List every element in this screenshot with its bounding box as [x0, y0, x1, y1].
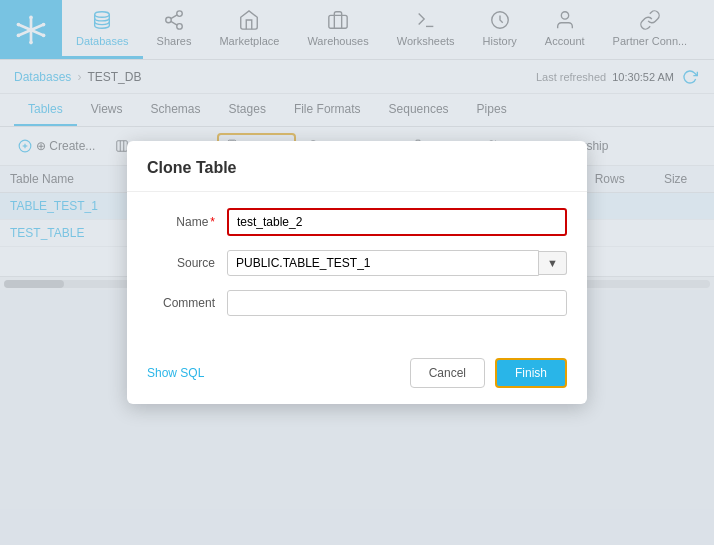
modal-title: Clone Table [127, 141, 587, 192]
cancel-button[interactable]: Cancel [410, 358, 485, 388]
name-required: * [210, 215, 215, 229]
comment-label: Comment [147, 296, 227, 310]
source-row: Source ▼ [147, 250, 567, 276]
show-sql-link[interactable]: Show SQL [147, 366, 204, 380]
modal-footer: Show SQL Cancel Finish [127, 346, 587, 404]
clone-table-modal: Clone Table Name* Source ▼ Comment [127, 141, 587, 404]
name-input[interactable] [227, 208, 567, 236]
modal-body: Name* Source ▼ Comment [127, 192, 587, 346]
source-input[interactable] [227, 250, 539, 276]
modal-overlay: Clone Table Name* Source ▼ Comment [0, 0, 714, 545]
source-label: Source [147, 256, 227, 270]
source-dropdown-arrow[interactable]: ▼ [539, 251, 567, 275]
name-label: Name* [147, 215, 227, 229]
finish-button[interactable]: Finish [495, 358, 567, 388]
comment-input[interactable] [227, 290, 567, 316]
footer-buttons: Cancel Finish [410, 358, 567, 388]
name-row: Name* [147, 208, 567, 236]
comment-row: Comment [147, 290, 567, 316]
source-select-wrap: ▼ [227, 250, 567, 276]
